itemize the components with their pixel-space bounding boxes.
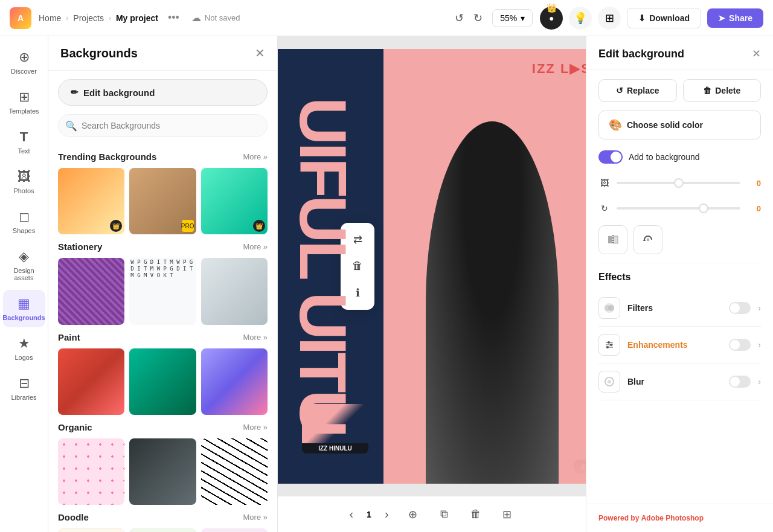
color-wheel-icon: 🎨 — [609, 118, 622, 132]
powered-by: Powered by Adobe Photoshop — [586, 504, 773, 532]
paint-section-header: Paint More » — [58, 332, 268, 342]
more-options-button[interactable]: ••• — [168, 11, 179, 24]
slider2-value: 0 — [746, 204, 761, 213]
bg-thumb-bw-waves[interactable] — [201, 438, 268, 505]
delete-button[interactable]: 🗑 Delete — [683, 79, 762, 102]
trending-more[interactable]: More » — [243, 152, 268, 161]
right-panel-close-button[interactable]: ✕ — [752, 47, 761, 60]
breadcrumb-home[interactable]: Home — [39, 13, 61, 23]
delete-page-button[interactable]: 🗑 — [465, 504, 487, 525]
bg-thumb-letters[interactable]: W P G D I T M W P G D I T M W P G D I T … — [129, 258, 196, 324]
share-button[interactable]: ➤ Share — [707, 8, 763, 28]
sidebar-item-text[interactable]: T Text — [3, 123, 45, 161]
trending-grid: 👑 PRO 👑 — [58, 168, 268, 234]
bg-thumb-fade-gray[interactable] — [201, 258, 268, 324]
text-icon: T — [20, 129, 28, 145]
svg-rect-1 — [614, 236, 618, 243]
add-page-button[interactable]: ⊕ — [402, 504, 424, 525]
bg-thumb-doodle3[interactable] — [201, 528, 268, 532]
undo-button[interactable]: ↺ — [452, 9, 466, 27]
sidebar-item-shapes[interactable]: ◻ Shapes — [3, 203, 45, 240]
paint-more[interactable]: More » — [243, 333, 268, 342]
bg-thumb-dark-green[interactable] — [129, 348, 196, 415]
svg-point-12 — [610, 344, 612, 346]
backgrounds-panel: Backgrounds ✕ ✏ Edit background 🔍 Trendi… — [48, 36, 278, 532]
choose-solid-color-button[interactable]: 🎨 Choose solid color — [598, 111, 761, 139]
canvas-area: UIFUL UITU IZZ L▶S 4 ⇄ 🗑 ℹ — [278, 36, 586, 532]
canvas-text-overlay: UIFUL UITU — [278, 49, 383, 484]
sidebar-item-logos[interactable]: ★ Logos — [3, 330, 45, 367]
bg-thumb-brown[interactable]: PRO — [129, 168, 196, 234]
search-icon: 🔍 — [65, 120, 77, 132]
panel-scroll: Trending Backgrounds More » 👑 PRO 👑 Stat… — [48, 144, 277, 532]
main-content: ⊕ Discover ⊞ Templates T Text 🖼 Photos ◻… — [0, 36, 773, 532]
prev-page-button[interactable]: ‹ — [345, 504, 357, 525]
panel-close-button[interactable]: ✕ — [255, 46, 265, 60]
replace-button[interactable]: ↺ Replace — [598, 79, 677, 102]
filters-chevron-icon[interactable]: › — [758, 303, 761, 313]
slider2-thumb[interactable] — [699, 204, 708, 213]
grid-icon-button[interactable]: ⊞ — [598, 7, 621, 30]
stationery-more[interactable]: More » — [243, 242, 268, 251]
copy-page-button[interactable]: ⧉ — [434, 504, 455, 525]
bg-thumb-dark-floral[interactable] — [129, 438, 196, 505]
rotate-icon — [642, 234, 654, 246]
filters-icon — [598, 297, 620, 319]
edit-background-button[interactable]: ✏ Edit background — [58, 79, 268, 106]
next-page-button[interactable]: › — [381, 504, 393, 525]
sidebar-item-libraries[interactable]: ⊟ Libraries — [3, 370, 45, 407]
bg-thumb-doodle1[interactable] — [58, 528, 124, 532]
slider1-track[interactable] — [617, 182, 740, 184]
bulb-icon-button[interactable]: 💡 — [569, 7, 592, 30]
stationery-section-header: Stationery More » — [58, 242, 268, 252]
user-avatar[interactable]: 👑 ● — [540, 7, 563, 30]
breadcrumb-current: My project — [116, 13, 158, 23]
bg-thumb-red-paint[interactable] — [58, 348, 124, 415]
canvas-right: IZZ L▶S — [383, 49, 586, 484]
download-button[interactable]: ⬇ Download — [627, 8, 701, 28]
slider2-track[interactable] — [617, 207, 740, 210]
sidebar-item-backgrounds[interactable]: ▦ Backgrounds — [3, 290, 45, 327]
search-input[interactable] — [58, 114, 268, 137]
blur-chevron-icon[interactable]: › — [758, 377, 761, 386]
redo-button[interactable]: ↻ — [471, 9, 485, 27]
logos-icon: ★ — [18, 336, 30, 351]
effect-enhancements-row: Enhancements › — [598, 327, 761, 364]
filters-toggle[interactable] — [729, 302, 751, 314]
add-to-background-toggle[interactable] — [598, 150, 623, 164]
sidebar-item-discover[interactable]: ⊕ Discover — [3, 43, 45, 81]
enhancements-chevron-icon[interactable]: › — [758, 340, 761, 350]
delete-icon: 🗑 — [703, 86, 711, 95]
sidebar-item-templates[interactable]: ⊞ Templates — [3, 83, 45, 121]
blur-toggle[interactable] — [729, 376, 751, 388]
doodle-more[interactable]: More » — [243, 513, 268, 522]
breadcrumb-projects[interactable]: Projects — [73, 13, 104, 23]
slider1-thumb[interactable] — [674, 178, 684, 188]
libraries-icon: ⊟ — [19, 376, 30, 391]
slider2-icon: ↻ — [598, 202, 611, 214]
rotate-button[interactable] — [633, 225, 662, 254]
sidebar-item-design-assets[interactable]: ◈ Design assets — [3, 243, 45, 287]
canvas-inner[interactable]: UIFUL UITU IZZ L▶S 4 — [278, 49, 586, 484]
bg-thumb-purple-abstract[interactable] — [201, 348, 268, 415]
bg-thumb-orange-floral[interactable]: 👑 — [58, 168, 124, 234]
grid-view-button[interactable]: ⊞ — [496, 504, 518, 525]
bg-thumb-purple-stripe[interactable] — [58, 258, 124, 324]
flip-button[interactable] — [598, 225, 627, 254]
right-panel-header: Edit background ✕ — [586, 36, 773, 69]
bg-thumb-doodle2[interactable] — [129, 528, 196, 532]
app-logo[interactable]: A — [10, 7, 31, 29]
sidebar-item-photos[interactable]: 🖼 Photos — [3, 163, 45, 200]
bg-thumb-green[interactable]: 👑 — [201, 168, 268, 234]
add-to-background-label: Add to background — [629, 152, 700, 162]
zoom-control[interactable]: 55% ▾ — [492, 9, 533, 27]
divider — [598, 263, 761, 263]
bg-thumb-pink-dots[interactable] — [58, 438, 124, 505]
organic-more[interactable]: More » — [243, 423, 268, 432]
organic-section-header: Organic More » — [58, 422, 268, 432]
powered-by-brand: Adobe Photoshop — [641, 514, 704, 522]
save-status: ☁ Not saved — [191, 12, 240, 24]
doodle-grid — [58, 528, 268, 532]
svg-marker-3 — [643, 239, 646, 241]
enhancements-toggle[interactable] — [729, 339, 751, 351]
